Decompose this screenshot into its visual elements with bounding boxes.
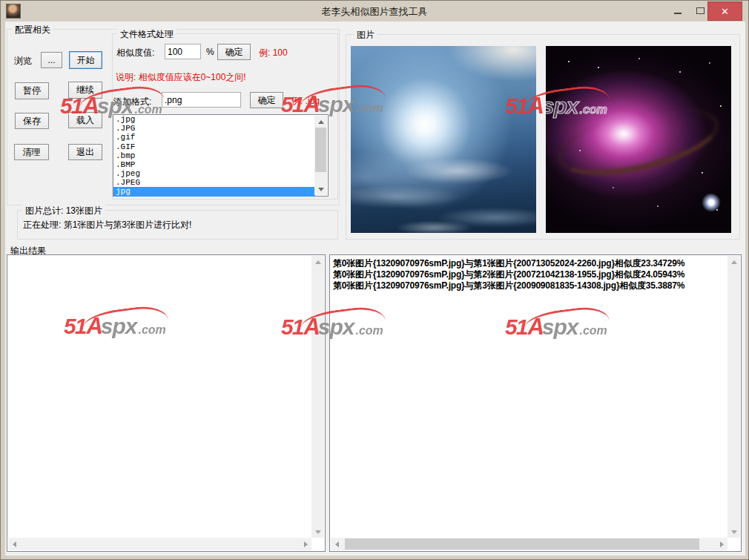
maximize-icon <box>696 7 705 14</box>
galaxy-stars <box>568 61 570 62</box>
output-line: 第0张图片{13209070976smP.jpg}与第3张图片{20090908… <box>333 280 725 291</box>
list-item[interactable]: .BMP <box>113 160 328 169</box>
listbox-vertical-scrollbar[interactable] <box>314 116 327 195</box>
format-group-label: 文件格式处理 <box>117 28 176 41</box>
arrow-up-icon <box>731 260 737 264</box>
list-item[interactable]: .JPG <box>113 124 328 133</box>
arrow-left-icon <box>13 541 16 547</box>
scroll-down-button[interactable] <box>727 526 740 538</box>
arrow-right-icon <box>304 541 308 547</box>
ice-texture <box>351 130 536 233</box>
similarity-note: 说明: 相似度值应该在0~100之间! <box>116 71 246 84</box>
vertical-scrollbar[interactable] <box>311 256 324 538</box>
config-group-label: 配置相关 <box>12 24 53 36</box>
horizontal-scrollbar[interactable] <box>331 538 727 550</box>
add-format-label: 添加格式: <box>113 96 151 108</box>
list-item[interactable]: .JPEG <box>113 178 328 187</box>
list-item-selected[interactable]: jpg <box>113 187 315 197</box>
galaxy-dust-ring <box>552 96 724 187</box>
close-button[interactable]: ✕ <box>707 1 742 21</box>
arrow-left-icon <box>335 541 339 547</box>
browse-label: 浏览 <box>14 55 32 67</box>
clean-button[interactable]: 清理 <box>14 144 49 160</box>
arrow-right-icon <box>720 541 724 547</box>
add-format-confirm-button[interactable]: 确定 <box>250 92 283 108</box>
output-line: 第0张图片{13209070976smP.jpg}与第2张图片{20072104… <box>333 269 725 280</box>
galaxy-star-flare <box>702 193 721 212</box>
horizontal-scrollbar[interactable] <box>8 538 311 550</box>
arrow-down-icon <box>318 188 324 191</box>
preview-image-purple-galaxy <box>546 46 731 233</box>
exit-button[interactable]: 退出 <box>68 144 102 160</box>
vertical-scrollbar[interactable] <box>727 256 740 538</box>
similarity-example: 例: 100 <box>259 47 288 59</box>
scroll-down-button[interactable] <box>311 526 324 538</box>
scrollbar-thumb[interactable] <box>315 128 326 172</box>
scroll-left-button[interactable] <box>8 538 20 550</box>
preview-image-ice-landscape <box>351 46 536 233</box>
pause-button[interactable]: 暂停 <box>15 82 49 99</box>
save-button[interactable]: 保存 <box>15 113 49 129</box>
scroll-down-button[interactable] <box>314 183 327 195</box>
scroll-right-button[interactable] <box>300 538 311 550</box>
percent-label: % <box>206 47 214 57</box>
scroll-right-button[interactable] <box>716 538 727 550</box>
minimize-button[interactable] <box>667 1 688 21</box>
pictures-group-label: 图片 <box>354 29 377 42</box>
status-groupbox: 图片总计: 13张图片 正在处理: 第1张图片与第3张图片进行比对! <box>17 210 338 240</box>
title-bar[interactable]: 老李头相似图片查找工具 ✕ <box>1 1 748 22</box>
extension-listbox[interactable]: .jpg .JPG .gif .GIF .bmp .BMP .jpeg .JPE… <box>113 114 329 197</box>
load-button[interactable]: 载入 <box>68 112 102 128</box>
resume-button[interactable]: 继续 <box>68 82 102 99</box>
add-format-input[interactable] <box>162 92 241 108</box>
list-item[interactable]: .GIF <box>113 142 328 151</box>
arrow-up-icon <box>318 120 324 124</box>
similarity-confirm-button[interactable]: 确定 <box>217 44 251 60</box>
scroll-left-button[interactable] <box>331 538 343 550</box>
list-item[interactable]: .jpeg <box>113 169 328 178</box>
scroll-up-button[interactable] <box>314 116 327 128</box>
total-images-label: 图片总计: 13张图片 <box>22 205 105 217</box>
arrow-up-icon <box>315 260 321 264</box>
app-window: 老李头相似图片查找工具 ✕ 配置相关 浏览 ... 开始 暂停 继续 保存 载入… <box>0 0 749 560</box>
close-icon: ✕ <box>721 6 729 17</box>
processing-status: 正在处理: 第1张图片与第3张图片进行比对! <box>23 219 191 231</box>
start-button[interactable]: 开始 <box>69 51 102 69</box>
add-format-example: 例: .jpg <box>291 95 320 108</box>
list-item[interactable]: .bmp <box>113 151 328 160</box>
scroll-up-button[interactable] <box>727 256 740 268</box>
similarity-label: 相似度值: <box>116 47 154 59</box>
output-left-panel[interactable] <box>7 254 326 552</box>
arrow-down-icon <box>731 530 737 534</box>
scrollbar-thumb[interactable] <box>345 538 699 550</box>
minimize-icon <box>674 13 682 14</box>
client-area: 配置相关 浏览 ... 开始 暂停 继续 保存 载入 清理 退出 文件格式处理 … <box>5 22 745 556</box>
arrow-down-icon <box>315 530 321 534</box>
window-title: 老李头相似图片查找工具 <box>1 5 748 19</box>
list-item[interactable]: .gif <box>113 133 328 142</box>
output-line: 第0张图片{13209070976smP.jpg}与第1张图片{20071305… <box>333 258 725 269</box>
output-right-panel[interactable]: 第0张图片{13209070976smP.jpg}与第1张图片{20071305… <box>329 254 742 552</box>
browse-dots-button[interactable]: ... <box>41 52 62 68</box>
list-item[interactable]: .jpg <box>113 115 328 124</box>
scroll-up-button[interactable] <box>311 256 324 268</box>
similarity-input[interactable] <box>165 44 201 59</box>
